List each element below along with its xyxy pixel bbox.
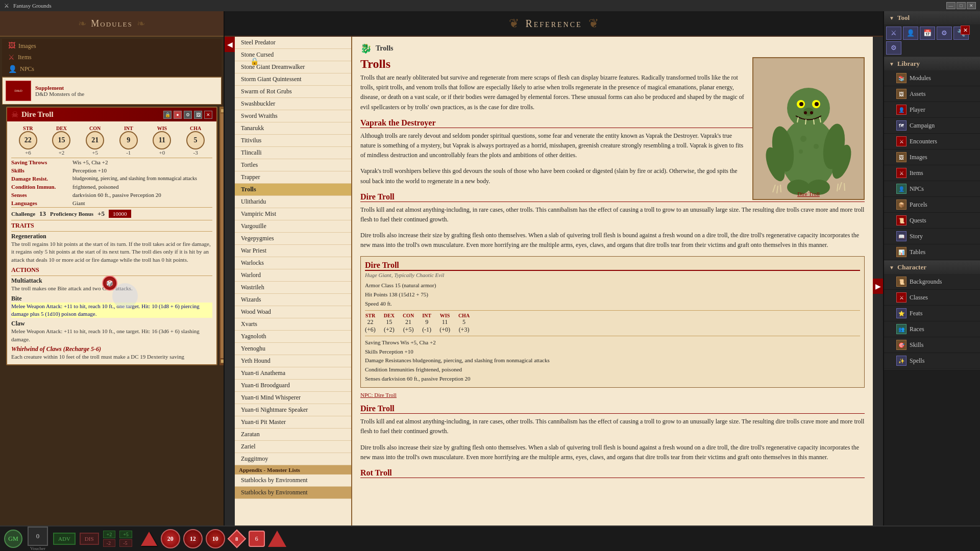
monster-wizards[interactable]: Wizards	[235, 294, 351, 306]
close-card-btn[interactable]: ✕	[204, 111, 212, 119]
monster-zaratan[interactable]: Zaratan	[235, 429, 351, 441]
maximize-btn[interactable]: □	[957, 2, 966, 9]
monster-vegepygmies[interactable]: Vegepygmies	[235, 233, 351, 245]
monster-tlincalli[interactable]: Tlincalli	[235, 147, 351, 159]
tool-user-btn[interactable]: 👤	[903, 27, 918, 40]
tool-extra-btn[interactable]: ⚙	[886, 41, 901, 55]
target-btn[interactable]: ●	[174, 111, 182, 119]
monster-vargouille[interactable]: Vargouille	[235, 220, 351, 233]
monster-zuggitmoy[interactable]: Zuggitmoy	[235, 453, 351, 465]
monster-trolls[interactable]: Trolls	[235, 184, 351, 196]
monster-zariel[interactable]: Zariel	[235, 441, 351, 453]
tool-cal-btn[interactable]: 📅	[920, 27, 935, 40]
d4-btn[interactable]	[140, 529, 158, 548]
sidebar-item-classes[interactable]: ⚔ Classes	[884, 290, 980, 306]
monster-trapper[interactable]: Trapper	[235, 171, 351, 184]
adv-btn[interactable]: ADV	[53, 533, 76, 545]
wis-circle[interactable]: 11	[153, 131, 171, 149]
monster-titivilus[interactable]: Titivilus	[235, 135, 351, 147]
int-circle[interactable]: 9	[119, 131, 138, 149]
monster-yuan-ti-anathema[interactable]: Yuan-ti Anathema	[235, 367, 351, 380]
sidebar-item-images[interactable]: 🖼 Images	[884, 149, 980, 165]
monster-swashbuckler[interactable]: Swashbuckler	[235, 98, 351, 110]
scroll-down[interactable]	[220, 359, 224, 363]
plus5-btn[interactable]: +5	[119, 531, 132, 538]
tool-sword-btn[interactable]: ⚔	[886, 27, 901, 40]
sidebar-header-library[interactable]: ▼ Library	[884, 57, 980, 70]
sidebar-header-character[interactable]: ▼ Character	[884, 261, 980, 274]
monster-vampiric-mist[interactable]: Vampiric Mist	[235, 208, 351, 220]
d4-tri-btn[interactable]	[268, 531, 286, 547]
appendix-section[interactable]: Appendix - Monster Lists	[235, 465, 351, 474]
cha-circle[interactable]: 5	[186, 131, 205, 149]
monster-yuan-ti-pit[interactable]: Yuan-ti Pit Master	[235, 416, 351, 429]
img-btn[interactable]: 🖼	[194, 111, 202, 119]
monster-tortles[interactable]: Tortles	[235, 159, 351, 171]
nav-images[interactable]: 🖼 Images	[6, 41, 217, 51]
minus5-btn[interactable]: -5	[119, 539, 132, 547]
d12-btn[interactable]: 12	[183, 529, 203, 548]
d10-btn[interactable]: 10	[206, 529, 225, 548]
sidebar-item-encounters[interactable]: ⚔ Encounters	[884, 134, 980, 149]
monster-wood-woad[interactable]: Wood Woad	[235, 306, 351, 318]
d6-btn[interactable]: 6	[249, 531, 265, 547]
nav-items[interactable]: ⚔ Items	[6, 52, 217, 63]
minus2-btn[interactable]: -2	[103, 539, 116, 547]
tool-gear-btn[interactable]: ⚙	[937, 27, 952, 40]
sidebar-item-tables[interactable]: 📊 Tables	[884, 244, 980, 260]
sidebar-item-backgrounds[interactable]: 📜 Backgrounds	[884, 274, 980, 290]
sidebar-item-races[interactable]: 👥 Races	[884, 321, 980, 337]
image-caption[interactable]: Dire Troll	[753, 191, 864, 197]
monster-storm-giant[interactable]: Storm Giant Quintessent	[235, 73, 351, 86]
npc-link[interactable]: NPC: Dire Troll	[360, 392, 865, 398]
sidebar-item-npcs[interactable]: 👤 NPCs	[884, 181, 980, 197]
sidebar-header-tool[interactable]: ▼ Tool	[884, 11, 980, 24]
monster-warlord[interactable]: Warlord	[235, 269, 351, 282]
sidebar-item-assets[interactable]: 🖼 Assets	[884, 86, 980, 102]
sidebar-item-quests[interactable]: 📜 Quests	[884, 213, 980, 229]
scroll-up[interactable]	[220, 109, 224, 113]
scroll-track[interactable]	[220, 114, 224, 358]
sidebar-item-parcels[interactable]: 📦 Parcels	[884, 197, 980, 213]
sidebar-item-feats[interactable]: ⭐ Feats	[884, 306, 980, 321]
minimize-btn[interactable]: —	[946, 2, 955, 9]
d20-btn[interactable]: 20	[161, 529, 180, 548]
sidebar-item-campaign[interactable]: 🗺 Campaign	[884, 118, 980, 134]
monster-sword-wraiths[interactable]: Sword Wraiths	[235, 110, 351, 122]
sidebar-item-skills[interactable]: 🎯 Skills	[884, 337, 980, 353]
sidebar-item-modules[interactable]: 📚 Modules	[884, 70, 980, 86]
monster-yuan-ti-nightmare[interactable]: Yuan-ti Nightmare Speaker	[235, 404, 351, 416]
monster-yeth-hound[interactable]: Yeth Hound	[235, 355, 351, 367]
gm-icon[interactable]: GM	[4, 530, 22, 548]
sidebar-item-spells[interactable]: ✨ Spells	[884, 353, 980, 369]
sidebar-item-player[interactable]: 👤 Player	[884, 102, 980, 118]
nav-npcs[interactable]: 👤 NPCs	[6, 64, 217, 74]
monster-yuan-ti-mind[interactable]: Yuan-ti Mind Whisperer	[235, 392, 351, 404]
d8-btn[interactable]: 8	[228, 530, 246, 547]
monster-yagnoloth[interactable]: Yagnoloth	[235, 331, 351, 343]
sidebar-item-story[interactable]: 📖 Story	[884, 229, 980, 244]
monster-tanarukk[interactable]: Tanarukk	[235, 122, 351, 135]
dex-circle[interactable]: 15	[52, 131, 70, 149]
statblocks-env-1[interactable]: Statblocks by Environment	[235, 474, 351, 487]
plus2-btn[interactable]: +2	[103, 531, 116, 538]
nav-arrow-left[interactable]: ◀	[225, 37, 235, 52]
dis-btn[interactable]: DIS	[80, 533, 99, 545]
con-circle[interactable]: 21	[86, 131, 104, 149]
monster-ulitharidu[interactable]: Ulitharidu	[235, 196, 351, 208]
window-controls[interactable]: — □ ✕	[946, 2, 976, 9]
nav-arrow-right[interactable]: ▶	[873, 279, 883, 294]
card-scroll-bar[interactable]	[219, 107, 224, 365]
monster-wastrileh[interactable]: Wastrileh	[235, 282, 351, 294]
monster-warlocks[interactable]: Warlocks	[235, 257, 351, 269]
statblocks-env-2[interactable]: Statblocks by Environment	[235, 487, 351, 499]
monster-war-priest[interactable]: War Priest	[235, 245, 351, 257]
monster-steel-predator[interactable]: Steel Predator	[235, 37, 351, 49]
monster-swarm-rot-grubs[interactable]: Swarm of Rot Grubs	[235, 86, 351, 98]
lock-btn[interactable]: 🔒	[163, 111, 172, 119]
sidebar-item-items[interactable]: ⚔ Items	[884, 165, 980, 181]
monster-xvarts[interactable]: Xvarts	[235, 318, 351, 331]
monster-yuan-ti-broodguard[interactable]: Yuan-ti Broodguard	[235, 380, 351, 392]
monster-yeenoghu[interactable]: Yeenoghu	[235, 343, 351, 355]
str-circle[interactable]: 22	[19, 131, 37, 149]
